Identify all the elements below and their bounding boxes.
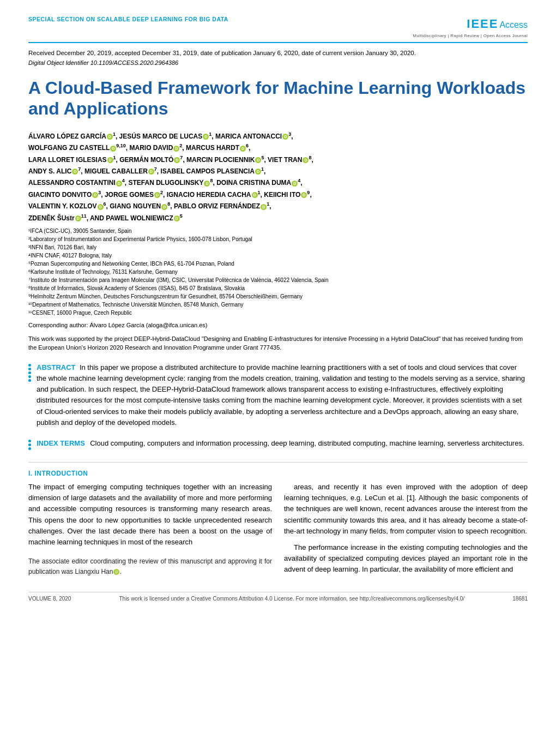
orcid-icon: D [204,181,210,187]
abstract-dots [28,362,31,428]
abstract-content: ABSTRACT In this paper we propose a dist… [37,362,528,428]
orcid-icon: D [301,192,307,198]
author-name: LARA LLORET IGLESIAS [28,156,107,164]
author-name: KEIICHI ITO [264,191,300,199]
column-right: areas, and recently it has even improved… [284,482,528,582]
intro-col1-p1: The impact of emerging computing techniq… [28,482,272,548]
author-name: ALESSANDRO COSTANTINI [28,179,116,187]
affiliation-8: ⁸Institute of Informatics, Slovak Academ… [28,284,528,292]
author-name: JORGE GOMES [105,191,154,199]
index-heading: INDEX TERMS [37,439,85,447]
orcid-icon: D [282,134,288,140]
abstract-heading: ABSTRACT [37,363,76,371]
affiliation-9: ⁹Helmholtz Zentrum München, Deutsches Fo… [28,292,528,301]
ieee-tagline: Multidisciplinary | Rapid Review | Open … [413,33,528,39]
orcid-icon: D [107,134,113,140]
orcid-icon: D [303,157,309,163]
funding-block: This work was supported by the project D… [28,334,528,352]
ieee-text: IEEE [467,15,498,33]
author-name: STEFAN DLUGOLINSKY [128,179,203,187]
orcid-icon: D [203,134,209,140]
footer-license: This work is licensed under a Creative C… [71,595,512,603]
page-footer: VOLUME 8, 2020 This work is licensed und… [28,592,528,603]
author-name: MARCIN PLOCIENNIK [186,156,255,164]
intro-col2-p2: The performance increase in the existing… [284,542,528,575]
column-left: The impact of emerging computing techniq… [28,482,272,582]
orcid-icon: D [261,204,267,210]
author-name: ANDY S. ALIC [28,167,71,175]
section-divider [28,462,528,463]
affiliation-2: ²Laboratory of Instrumentation and Exper… [28,235,528,243]
author-name: VIET TRAN [268,156,302,164]
orcid-icon: D [255,157,261,163]
author-name: PABLO ORVIZ FERNÁNDEZ [174,202,260,210]
dot-6 [28,440,31,442]
orcid-icon: D [148,169,154,175]
index-text: Cloud computing, computers and informati… [90,439,524,447]
author-name: IGNACIO HEREDIA CACHA [167,191,251,199]
affiliation-1: ¹IFCA (CSIC-UC), 39005 Santander, Spain [28,227,528,235]
orcid-icon: D [161,204,167,210]
corresponding-author: Corresponding author: Álvaro López Garcí… [28,321,528,330]
author-name: ZDENĚK ŠUstr [28,214,75,222]
dot-2 [28,368,31,370]
author-name: MARIO DAVID [130,144,173,152]
author-name: GIACINTO DONVITO [28,191,92,199]
orcid-icon: D [116,181,122,187]
author-name: ÁLVARO LÓPEZ GARCÍA [28,133,106,140]
received-line: Received December 20, 2019, accepted Dec… [28,49,528,58]
abstract-text: In this paper we propose a distributed a… [37,363,525,427]
paper-title: A Cloud-Based Framework for Machine Lear… [28,77,528,119]
author-name: JESÚS MARCO DE LUCAS [119,133,203,140]
author-name: MARICA ANTONACCI [215,133,282,140]
orcid-icon: D [92,192,98,198]
intro-col1-p2: The associate editor coordinating the re… [28,556,272,577]
introduction-heading: I. INTRODUCTION [28,469,528,478]
affiliation-11: ¹¹CESNET, 16000 Prague, Czech Republic [28,309,528,317]
author-name: VALENTIN Y. KOZLOV [28,202,97,210]
author-name: GIANG NGUYEN [110,202,161,210]
affiliation-3: ³INFN Bari, 70126 Bari, Italy [28,243,528,251]
dot-5 [28,379,31,382]
affiliation-6: ⁶Karlsruhe Institute of Technology, 7613… [28,268,528,276]
author-name: DOINA CRISTINA DUMA [216,179,291,187]
orcid-icon: D [252,192,258,198]
orcid-icon: D [292,181,298,187]
doi-line: Digital Object Identifier 10.1109/ACCESS… [28,59,528,68]
section-label: SPECIAL SECTION ON SCALABLE DEEP LEARNIN… [28,15,228,23]
index-content: INDEX TERMS Cloud computing, computers a… [37,438,528,450]
orcid-icon: D [113,569,119,575]
orcid-icon: D [173,146,179,152]
orcid-icon: D [98,204,104,210]
access-text: Access [499,19,528,31]
author-name: WOLFGANG ZU CASTELL [28,144,110,152]
index-terms-block: INDEX TERMS Cloud computing, computers a… [28,438,528,450]
intro-col2-p1: areas, and recently it has even improved… [284,482,528,537]
author-name: ISABEL CAMPOS PLASENCIA [161,167,255,175]
orcid-icon: D [72,169,78,175]
orcid-icon: D [107,157,113,163]
top-bar: SPECIAL SECTION ON SCALABLE DEEP LEARNIN… [28,15,528,43]
orcid-icon: D [154,192,160,198]
orcid-icon: D [240,146,246,152]
author-name: MIGUEL CABALLER [84,167,148,175]
abstract-block: ABSTRACT In this paper we propose a dist… [28,362,528,428]
authors-block: ÁLVARO LÓPEZ GARCÍAD1, JESÚS MARCO DE LU… [28,130,528,224]
two-column-layout: The impact of emerging computing techniq… [28,482,528,582]
dot-7 [28,443,31,446]
orcid-icon: D [174,215,180,221]
author-name: PAWEL WOLNIEWICZ [106,214,173,222]
ieee-logo-block: IEEE Access Multidisciplinary | Rapid Re… [413,15,528,39]
dot-1 [28,364,31,367]
dot-3 [28,371,31,374]
affiliation-7: ⁷Instituto de Instrumentación para Image… [28,276,528,284]
affiliation-10: ¹⁰Department of Mathematics, Technische … [28,301,528,309]
author-name: MARCUS HARDT [186,144,239,152]
dot-8 [28,447,31,450]
orcid-icon: D [255,169,261,175]
footer-page: 18681 [512,595,528,603]
affiliation-4: ⁴INFN CNAF, 40127 Bologna, Italy [28,251,528,260]
index-dots [28,438,31,450]
affiliations-block: ¹IFCA (CSIC-UC), 39005 Santander, Spain … [28,227,528,317]
dot-4 [28,375,31,378]
